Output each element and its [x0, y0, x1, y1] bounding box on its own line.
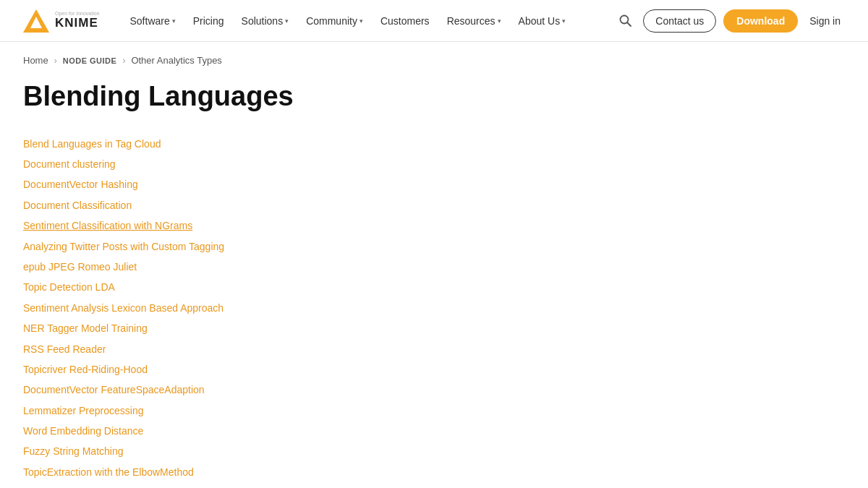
logo-tagline: Open for Innovation	[55, 11, 100, 16]
chevron-down-icon: ▾	[498, 17, 501, 25]
breadcrumb-home[interactable]: Home	[23, 55, 48, 66]
list-item[interactable]: Word Embedding Distance	[23, 421, 628, 441]
breadcrumb-separator: ›	[54, 56, 57, 66]
list-item[interactable]: Topic Detection LDA	[23, 277, 628, 297]
breadcrumb: Home › NODE GUIDE › Other Analytics Type…	[0, 42, 868, 73]
main-content: Blending Languages Blend Languages in Ta…	[0, 73, 651, 488]
chevron-down-icon: ▾	[285, 17, 289, 25]
link-list: Blend Languages in Tag CloudDocument clu…	[23, 134, 628, 488]
nav-community[interactable]: Community ▾	[299, 11, 370, 31]
list-item[interactable]: NER Tagger Model Training	[23, 318, 628, 338]
breadcrumb-node-guide[interactable]: NODE GUIDE	[63, 56, 117, 65]
chevron-down-icon: ▾	[359, 17, 363, 25]
logo[interactable]: Open for Innovation KNIME	[23, 9, 100, 33]
nav-about[interactable]: About Us ▾	[511, 11, 574, 31]
list-item[interactable]: epub JPEG Romeo Juliet	[23, 257, 628, 277]
list-item[interactable]: Document clustering	[23, 154, 628, 174]
page-title: Blending Languages	[23, 80, 628, 114]
breadcrumb-current: Other Analytics Types	[131, 55, 222, 66]
list-item[interactable]: DocumentVector FeatureSpaceAdaption	[23, 380, 628, 400]
nav-resources[interactable]: Resources ▾	[440, 11, 509, 31]
list-item[interactable]: Fuzzy String Matching	[23, 441, 628, 461]
chevron-down-icon: ▾	[562, 17, 566, 25]
list-item[interactable]: Blend Languages in Tag Cloud	[23, 134, 628, 154]
list-item[interactable]: DocumentVector Hashing	[23, 174, 628, 194]
list-item[interactable]: Sentiment Classification with NGrams	[23, 215, 628, 236]
list-item[interactable]: Document Classification	[23, 195, 628, 215]
list-item[interactable]: TopicExtraction with the ElbowMethod	[23, 462, 628, 482]
nav-pricing[interactable]: Pricing	[186, 11, 231, 31]
nav-solutions[interactable]: Solutions ▾	[234, 11, 297, 31]
list-item[interactable]: RSS Feed Reader	[23, 339, 628, 359]
list-item[interactable]: Dictionary based Tagging	[23, 482, 628, 488]
list-item[interactable]: Sentiment Analysis Lexicon Based Approac…	[23, 298, 628, 318]
list-item[interactable]: Topicriver Red-Riding-Hood	[23, 359, 628, 380]
contact-button[interactable]: Contact us	[643, 9, 716, 33]
list-item[interactable]: Lemmatizer Preprocessing	[23, 401, 628, 421]
chevron-down-icon: ▾	[172, 17, 176, 25]
navbar: Open for Innovation KNIME Software ▾ Pri…	[0, 0, 868, 42]
nav-items: Software ▾ Pricing Solutions ▾ Community…	[123, 11, 616, 31]
download-button[interactable]: Download	[723, 9, 798, 33]
nav-right: Contact us Download Sign in	[615, 9, 845, 33]
svg-line-3	[627, 22, 631, 26]
signin-link[interactable]: Sign in	[805, 11, 845, 31]
nav-customers[interactable]: Customers	[373, 11, 437, 31]
nav-software[interactable]: Software ▾	[123, 11, 183, 31]
breadcrumb-separator-2: ›	[122, 56, 125, 66]
logo-name: KNIME	[55, 16, 100, 30]
search-button[interactable]	[615, 10, 636, 31]
search-icon	[619, 14, 631, 27]
list-item[interactable]: Analyzing Twitter Posts with Custom Tagg…	[23, 236, 628, 257]
